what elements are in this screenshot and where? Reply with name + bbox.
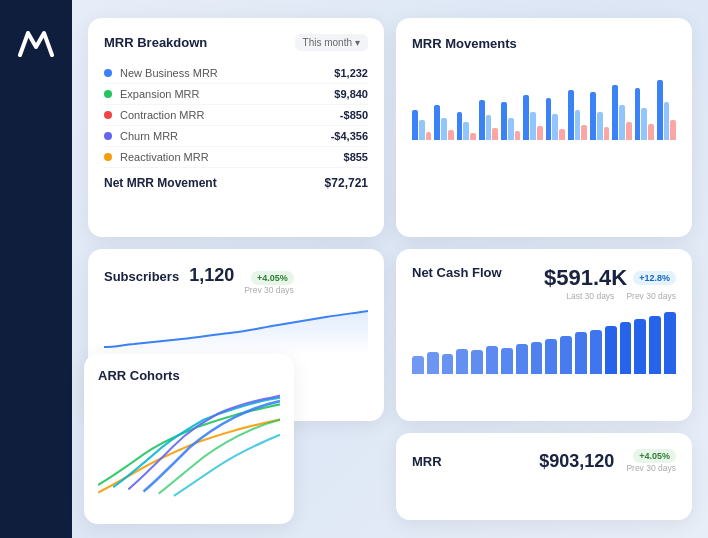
- mrr-bottom-badge: +4.05%: [633, 449, 676, 463]
- mrr-row-label: Contraction MRR: [120, 109, 340, 121]
- mrr-movements-chart: [412, 60, 676, 140]
- subscribers-badge: +4.05%: [251, 271, 294, 285]
- ncf-amount: $591.4K: [544, 265, 627, 291]
- mov-bar-light: [530, 112, 536, 140]
- arr-cohorts-title: ARR Cohorts: [98, 368, 280, 383]
- mov-bar-blue: [657, 80, 663, 140]
- mov-bar-red: [670, 120, 676, 140]
- mrr-row-label: Expansion MRR: [120, 88, 334, 100]
- ncf-header: Net Cash Flow $591.4K +12.8% Last 30 day…: [412, 265, 676, 301]
- ncf-bar: [634, 319, 646, 374]
- mrr-row: Reactivation MRR $855: [104, 147, 368, 168]
- mov-bar-blue: [523, 95, 529, 140]
- mov-bar-group: [568, 90, 587, 140]
- mrr-row-label: Reactivation MRR: [120, 151, 344, 163]
- mov-bar-red: [515, 131, 521, 140]
- mrr-row: New Business MRR $1,232: [104, 63, 368, 84]
- mrr-bottom-card: MRR $903,120 +4.05% Prev 30 days: [396, 433, 692, 520]
- mrr-breakdown-card: MRR Breakdown This month ▾ New Business …: [88, 18, 384, 237]
- sidebar: [0, 0, 72, 538]
- mrr-dot: [104, 69, 112, 77]
- mov-bar-blue: [635, 88, 641, 140]
- mov-bar-red: [626, 122, 632, 140]
- subscribers-prev: Prev 30 days: [244, 285, 294, 295]
- mrr-dot: [104, 111, 112, 119]
- arr-cohorts-card: ARR Cohorts: [84, 354, 294, 524]
- mov-bar-red: [492, 128, 498, 140]
- mrr-bottom-value: $903,120: [539, 451, 614, 472]
- mrr-rows: New Business MRR $1,232 Expansion MRR $9…: [104, 63, 368, 168]
- chevron-down-icon: ▾: [355, 37, 360, 48]
- ncf-last-label: Last 30 days: [566, 291, 614, 301]
- mrr-row-value: -$850: [340, 109, 368, 121]
- subscribers-title: Subscribers: [104, 269, 179, 284]
- mrr-bottom-inner: MRR $903,120 +4.05% Prev 30 days: [412, 449, 676, 473]
- ncf-prev-label: Prev 30 days: [626, 291, 676, 301]
- mov-bar-light: [486, 115, 492, 140]
- mov-bar-red: [581, 125, 587, 140]
- period-selector[interactable]: This month ▾: [295, 34, 368, 51]
- mrr-movements-card: MRR Movements: [396, 18, 692, 237]
- period-label: This month: [303, 37, 352, 48]
- mrr-bottom-prev: Prev 30 days: [626, 463, 676, 473]
- mov-bar-red: [648, 124, 654, 140]
- ncf-chart: [412, 309, 676, 374]
- mrr-dot: [104, 90, 112, 98]
- ncf-bar: [560, 336, 572, 374]
- mrr-row: Contraction MRR -$850: [104, 105, 368, 126]
- mrr-row-value: -$4,356: [331, 130, 368, 142]
- subscribers-value: 1,120: [189, 265, 234, 286]
- ncf-bar: [590, 330, 602, 374]
- mov-bar-group: [501, 102, 520, 140]
- mov-bar-blue: [612, 85, 618, 140]
- mrr-dot: [104, 132, 112, 140]
- mrr-net-value: $72,721: [325, 176, 368, 190]
- mrr-row-value: $1,232: [334, 67, 368, 79]
- mov-bar-group: [657, 80, 676, 140]
- ncf-bar: [412, 356, 424, 374]
- ncf-bar: [620, 322, 632, 374]
- ncf-bar: [501, 348, 513, 374]
- mov-bar-blue: [546, 98, 552, 140]
- ncf-bar: [664, 312, 676, 374]
- ncf-badge: +12.8%: [633, 271, 676, 285]
- ncf-bar: [575, 332, 587, 374]
- mov-bar-red: [559, 129, 565, 140]
- ncf-bar: [456, 349, 468, 374]
- mov-bar-light: [463, 122, 469, 140]
- mov-bar-blue: [434, 105, 440, 140]
- ncf-bar: [649, 316, 661, 374]
- mrr-row-label: Churn MRR: [120, 130, 331, 142]
- mov-bar-blue: [412, 110, 418, 140]
- mov-bar-group: [434, 105, 453, 140]
- mrr-bottom-title: MRR: [412, 454, 442, 469]
- mov-bar-blue: [501, 102, 507, 140]
- ncf-bar: [516, 344, 528, 374]
- ncf-bar: [471, 350, 483, 374]
- ncf-value-area: $591.4K +12.8% Last 30 days Prev 30 days: [544, 265, 676, 301]
- mrr-row-label: New Business MRR: [120, 67, 334, 79]
- mov-bar-light: [597, 112, 603, 140]
- net-cash-flow-card: Net Cash Flow $591.4K +12.8% Last 30 day…: [396, 249, 692, 421]
- subscribers-header: Subscribers 1,120 +4.05% Prev 30 days: [104, 265, 368, 295]
- mov-bar-light: [664, 102, 670, 140]
- ncf-bar: [531, 342, 543, 374]
- mov-bar-light: [575, 110, 581, 140]
- mov-bar-group: [479, 100, 498, 140]
- mrr-bottom-right: +4.05% Prev 30 days: [626, 449, 676, 473]
- mrr-dot: [104, 153, 112, 161]
- ncf-bar: [605, 326, 617, 374]
- mrr-row: Churn MRR -$4,356: [104, 126, 368, 147]
- ncf-bar: [486, 346, 498, 374]
- mrr-row-value: $855: [344, 151, 368, 163]
- mov-bar-red: [426, 132, 432, 140]
- ncf-title: Net Cash Flow: [412, 265, 502, 280]
- ncf-bar: [545, 339, 557, 374]
- mov-bar-group: [546, 98, 565, 140]
- mov-bar-light: [619, 105, 625, 140]
- mov-bar-group: [457, 112, 476, 140]
- arr-cohorts-chart: [98, 389, 280, 509]
- mrr-breakdown-title: MRR Breakdown: [104, 35, 207, 50]
- mov-bar-light: [508, 118, 514, 140]
- mov-bar-group: [590, 92, 609, 140]
